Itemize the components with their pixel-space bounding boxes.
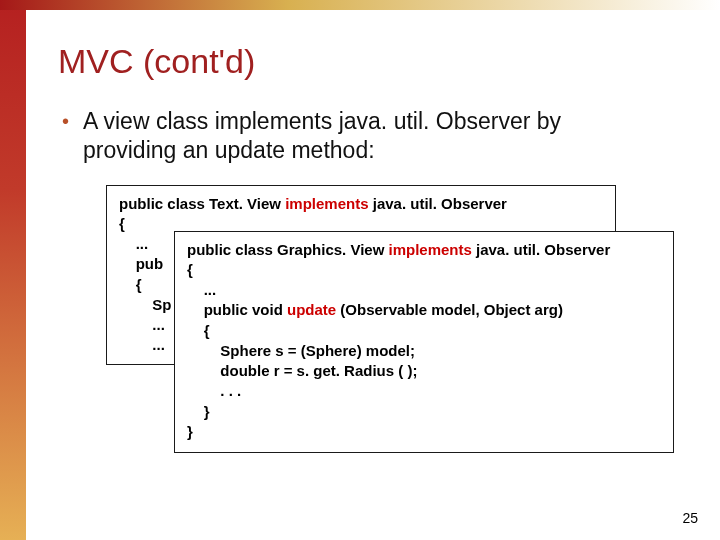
code-box-graphicsview: public class Graphics. View implements j…	[174, 231, 674, 454]
code-keyword: update	[287, 301, 336, 318]
code-line: ...	[119, 336, 165, 353]
code-line: {	[187, 322, 210, 339]
slide-left-accent	[0, 0, 26, 540]
code-line: Sphere s = (Sphere) model;	[187, 342, 415, 359]
code-line: public void	[187, 301, 287, 318]
bullet-marker: •	[62, 107, 69, 135]
slide-title: MVC (cont'd)	[58, 42, 698, 81]
slide-content: MVC (cont'd) • A view class implements j…	[58, 42, 698, 465]
code-line: }	[187, 403, 210, 420]
code-line: ...	[119, 235, 148, 252]
code-line: ...	[119, 316, 165, 333]
code-line: Sp	[119, 296, 172, 313]
code-line: }	[187, 423, 193, 440]
code-line: (Observable model, Object arg)	[336, 301, 563, 318]
code-line: public class Graphics. View	[187, 241, 388, 258]
code-line: ...	[187, 281, 216, 298]
code-line: {	[119, 276, 142, 293]
code-keyword: implements	[285, 195, 368, 212]
code-keyword: implements	[388, 241, 471, 258]
code-line: java. util. Observer	[369, 195, 507, 212]
code-line: {	[187, 261, 193, 278]
bullet-item: • A view class implements java. util. Ob…	[62, 107, 698, 165]
slide-top-accent	[0, 0, 720, 10]
page-number: 25	[682, 510, 698, 526]
bullet-text: A view class implements java. util. Obse…	[83, 107, 643, 165]
code-line: pub	[119, 255, 163, 272]
code-line: public class Text. View	[119, 195, 285, 212]
code-line: java. util. Observer	[472, 241, 610, 258]
code-area: public class Text. View implements java.…	[106, 185, 698, 465]
code-line: . . .	[187, 382, 241, 399]
code-line: double r = s. get. Radius ( );	[187, 362, 417, 379]
code-line: {	[119, 215, 125, 232]
